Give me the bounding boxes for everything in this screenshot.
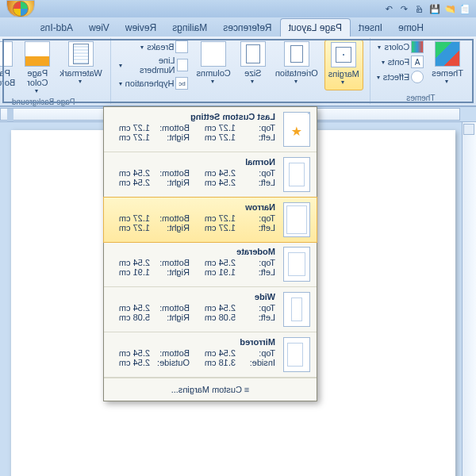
- margins-option-row: Left:5.08 cmRight:5.08 cm: [110, 313, 275, 322]
- margins-option-row: Left:2.54 cmRight:2.54 cm: [110, 178, 275, 187]
- margins-option-row: Top:2.54 cmBottom:2.54 cm: [110, 168, 275, 178]
- office-button[interactable]: [6, 0, 35, 17]
- margins-option-row: Left:1.27 cmRight:1.27 cm: [110, 223, 275, 232]
- margins-thumb-mirrored-icon: [283, 337, 310, 372]
- vertical-ruler[interactable]: [462, 122, 476, 476]
- title-bar: 📄 📂 💾 🖨 ↶ ↷: [0, 0, 476, 17]
- tab-references[interactable]: References: [215, 19, 279, 36]
- margins-option-row: Top:2.54 cmBottom:2.54 cm: [110, 348, 275, 358]
- margins-option-title: Normal: [110, 157, 275, 167]
- margins-option-title: Narrow: [110, 202, 275, 212]
- group-page-background: Watermark PageColor PageBorders Page Bac…: [0, 38, 111, 104]
- margins-option-title: Last Custom Setting: [110, 112, 275, 121]
- margins-thumb-custom-icon: ★: [283, 112, 310, 147]
- margins-thumb-moderate-icon: [283, 247, 310, 282]
- ribbon-tabs: Home Insert Page Layout References Maili…: [0, 17, 476, 36]
- tab-home[interactable]: Home: [390, 19, 432, 36]
- undo-icon[interactable]: ↶: [398, 2, 411, 15]
- redo-icon[interactable]: ↷: [383, 2, 396, 15]
- margins-option-row: Top:1.27 cmBottom:1.27 cm: [110, 213, 275, 223]
- margins-thumb-wide-icon: [283, 292, 310, 327]
- margins-option-normal[interactable]: Normal Top:2.54 cmBottom:2.54 cm Left:2.…: [104, 152, 317, 198]
- page-borders-icon: [0, 41, 13, 67]
- open-icon[interactable]: 📂: [443, 2, 456, 15]
- page-borders-button[interactable]: PageBorders: [0, 40, 18, 96]
- margins-option-moderate[interactable]: Moderate Top:2.54 cmBottom:2.54 cm Left:…: [104, 242, 317, 287]
- tab-review[interactable]: Review: [117, 19, 164, 36]
- tab-page-layout[interactable]: Page Layout: [280, 18, 351, 36]
- margins-option-row: Top:2.54 cmBottom:2.54 cm: [110, 258, 275, 267]
- margins-option-title: Mirrored: [110, 337, 275, 347]
- margins-thumb-normal-icon: [283, 157, 310, 192]
- margins-option-row: Top:1.27 cmBottom:1.27 cm: [110, 123, 275, 132]
- ruler-corner-box[interactable]: [463, 124, 474, 135]
- margins-dropdown: ★ Last Custom Setting Top:1.27 cmBottom:…: [103, 106, 317, 401]
- margins-option-row: Inside:3.18 cmOutside:2.54 cm: [110, 358, 275, 367]
- margins-option-row: Top:2.54 cmBottom:2.54 cm: [110, 303, 275, 313]
- margins-option-title: Wide: [110, 292, 275, 301]
- new-icon[interactable]: 📄: [459, 2, 471, 15]
- tab-view[interactable]: View: [81, 19, 117, 36]
- margins-option-mirrored[interactable]: Mirrored Top:2.54 cmBottom:2.54 cm Insid…: [104, 332, 317, 378]
- ruler-indent-marker[interactable]: [7, 109, 13, 121]
- margins-thumb-narrow-icon: [283, 202, 310, 237]
- margins-option-title: Moderate: [110, 247, 275, 256]
- ribbon: Themes Colors AFonts Effects Themes Marg…: [0, 36, 476, 106]
- custom-margins-button[interactable]: Custom Margins...: [104, 378, 317, 401]
- margins-option-row: Left:1.27 cmRight:1.27 cm: [110, 132, 275, 142]
- quick-access-toolbar: 📄 📂 💾 🖨 ↶ ↷: [383, 2, 471, 15]
- margins-option-last-custom[interactable]: ★ Last Custom Setting Top:1.27 cmBottom:…: [104, 107, 317, 152]
- margins-option-wide[interactable]: Wide Top:2.54 cmBottom:2.54 cm Left:5.08…: [104, 287, 317, 332]
- print-icon[interactable]: 🖨: [413, 2, 426, 15]
- save-icon[interactable]: 💾: [428, 2, 441, 15]
- tab-addins[interactable]: Add-Ins: [33, 19, 81, 36]
- margins-option-row: Left:1.91 cmRight:1.91 cm: [110, 267, 275, 277]
- tab-insert[interactable]: Insert: [351, 19, 390, 36]
- tab-mailings[interactable]: Mailings: [164, 19, 215, 36]
- margins-option-narrow[interactable]: Narrow Top:1.27 cmBottom:1.27 cm Left:1.…: [103, 197, 317, 243]
